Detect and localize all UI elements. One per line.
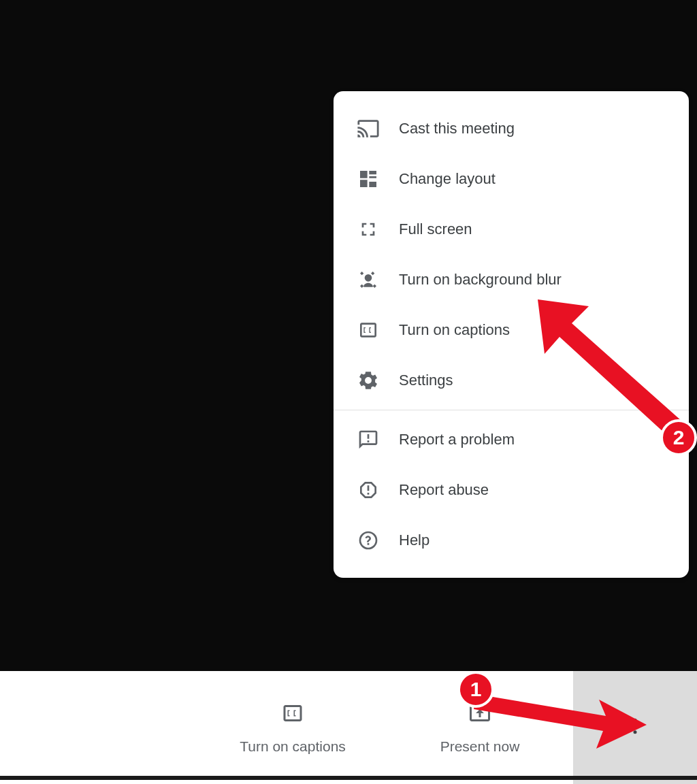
captions-icon [280, 701, 305, 729]
fullscreen-icon [357, 218, 380, 241]
help-icon [357, 529, 380, 552]
bottom-bar: Turn on captions Present now [0, 671, 697, 784]
captions-icon [357, 318, 380, 342]
menu-item-help[interactable]: Help [334, 515, 689, 566]
more-options-button[interactable] [573, 671, 697, 784]
blur-icon [357, 268, 380, 291]
captions-button[interactable]: Turn on captions [194, 671, 391, 784]
svg-point-2 [634, 730, 637, 734]
menu-item-label: Report a problem [399, 431, 515, 448]
layout-icon [357, 167, 380, 191]
menu-item-full-screen[interactable]: Full screen [334, 204, 689, 255]
report-abuse-icon [357, 478, 380, 502]
menu-item-background-blur[interactable]: Turn on background blur [334, 255, 689, 305]
svg-point-1 [634, 725, 637, 728]
present-now-button[interactable]: Present now [391, 671, 568, 784]
captions-button-label: Turn on captions [240, 738, 346, 755]
cast-icon [357, 117, 380, 140]
menu-item-change-layout[interactable]: Change layout [334, 154, 689, 204]
menu-item-label: Change layout [399, 170, 496, 188]
menu-item-label: Settings [399, 372, 453, 389]
feedback-icon [357, 428, 380, 451]
menu-item-label: Help [399, 532, 429, 549]
menu-item-report-abuse[interactable]: Report abuse [334, 465, 689, 515]
menu-item-label: Full screen [399, 220, 472, 238]
bottom-divider [0, 776, 697, 780]
menu-divider [334, 410, 689, 410]
present-icon [468, 701, 492, 729]
menu-item-label: Turn on captions [399, 321, 510, 339]
menu-item-label: Report abuse [399, 481, 489, 499]
menu-item-settings[interactable]: Settings [334, 355, 689, 406]
menu-item-label: Cast this meeting [399, 120, 515, 137]
menu-item-label: Turn on background blur [399, 271, 562, 289]
menu-item-captions[interactable]: Turn on captions [334, 305, 689, 355]
more-vert-icon [625, 716, 645, 739]
settings-icon [357, 369, 380, 392]
svg-point-0 [634, 719, 637, 722]
present-button-label: Present now [440, 738, 520, 755]
menu-item-report-problem[interactable]: Report a problem [334, 414, 689, 465]
menu-item-cast[interactable]: Cast this meeting [334, 103, 689, 154]
more-options-menu: Cast this meeting Change layout Full scr… [334, 91, 689, 578]
